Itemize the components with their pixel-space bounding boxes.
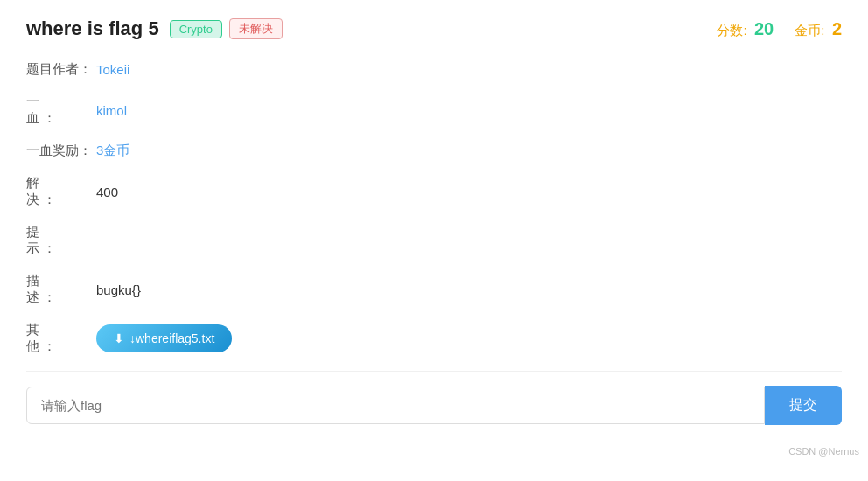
- flag-input[interactable]: [26, 387, 765, 424]
- submit-button[interactable]: 提交: [765, 386, 842, 425]
- blood-row: 一 血： kimol: [26, 94, 842, 127]
- solve-row: 解 决： 400: [26, 175, 842, 208]
- divider: [26, 371, 842, 372]
- author-key: 题目作者：: [26, 61, 96, 78]
- author-row: 题目作者： Tokeii: [26, 61, 842, 78]
- page-title: where is flag 5: [26, 17, 159, 40]
- header-stats: 分数: 20 金币: 2: [717, 19, 842, 39]
- download-label: ↓whereiflag5.txt: [130, 331, 214, 345]
- score-label: 分数: 20: [717, 19, 774, 39]
- footer-watermark: CSDN @Nernus: [0, 443, 868, 460]
- input-row: 提交: [26, 386, 842, 425]
- download-icon: ⬇: [114, 331, 124, 345]
- desc-row: 描 述： bugku{}: [26, 273, 842, 306]
- other-key: 其 他：: [26, 322, 96, 355]
- hint-key: 提 示：: [26, 224, 96, 257]
- other-row: 其 他： ⬇ ↓whereiflag5.txt: [26, 322, 842, 355]
- coin-label: 金币: 2: [794, 19, 842, 39]
- header-row: where is flag 5 Crypto 未解决 分数: 20 金币: 2: [26, 17, 842, 40]
- blood-reward-key: 一血奖励：: [26, 143, 96, 159]
- badge-crypto: Crypto: [170, 20, 222, 38]
- blood-reward-value: 3金币: [96, 143, 130, 159]
- solve-key: 解 决：: [26, 175, 96, 208]
- blood-reward-row: 一血奖励： 3金币: [26, 143, 842, 159]
- desc-value: bugku{}: [96, 282, 141, 297]
- solve-value: 400: [96, 185, 118, 199]
- desc-key: 描 述：: [26, 273, 96, 306]
- blood-key: 一 血：: [26, 94, 96, 127]
- author-value[interactable]: Tokeii: [96, 62, 130, 77]
- badge-status: 未解决: [229, 18, 283, 39]
- download-button[interactable]: ⬇ ↓whereiflag5.txt: [96, 324, 232, 352]
- blood-value[interactable]: kimol: [96, 103, 127, 118]
- hint-row: 提 示：: [26, 224, 842, 257]
